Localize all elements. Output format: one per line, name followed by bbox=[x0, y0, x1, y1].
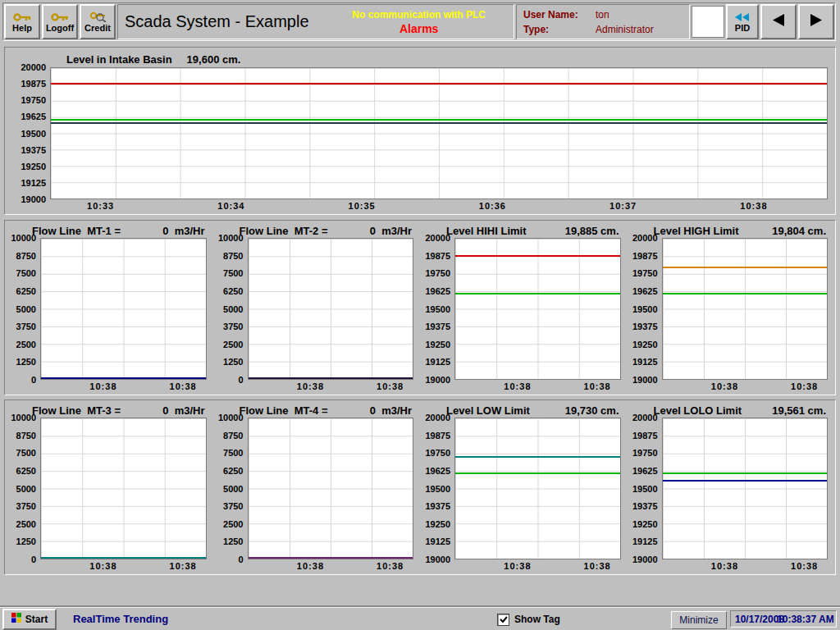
chart-value: 19,804 cm. bbox=[772, 225, 826, 237]
credit-button-label: Credit bbox=[84, 23, 111, 33]
plot-area bbox=[454, 238, 621, 380]
chart-body: 1000087507500625050003750250012500 bbox=[7, 238, 207, 380]
y-tick-label: 19125 bbox=[21, 178, 46, 188]
y-tick-label: 20000 bbox=[632, 233, 658, 243]
x-tick-label: 10:38 bbox=[711, 381, 738, 391]
y-tick-label: 19375 bbox=[632, 322, 658, 331]
chart-title-row: Flow Line MT-3 =0 m3/Hr bbox=[32, 404, 207, 418]
pid-button[interactable]: PID bbox=[726, 4, 759, 39]
y-tick-label: 3750 bbox=[16, 322, 36, 331]
minimize-button-label: Minimize bbox=[679, 614, 718, 626]
x-axis: 10:3810:38 bbox=[40, 559, 207, 572]
x-tick-label: 10:35 bbox=[349, 201, 376, 211]
chart-body: 1000087507500625050003750250012500 bbox=[215, 418, 414, 559]
y-tick-label: 5000 bbox=[223, 484, 243, 494]
y-tick-label: 3750 bbox=[223, 501, 243, 511]
x-tick-label: 10:38 bbox=[584, 561, 611, 571]
y-tick-label: 19750 bbox=[632, 268, 658, 278]
credit-button[interactable]: Credit bbox=[80, 4, 116, 39]
y-tick-label: 0 bbox=[238, 375, 243, 385]
plot-area bbox=[454, 418, 621, 559]
chart-value: 19,730 cm. bbox=[565, 404, 619, 417]
x-axis: 10:3810:38 bbox=[40, 380, 207, 392]
y-tick-label: 2500 bbox=[223, 340, 243, 349]
x-tick-label: 10:38 bbox=[791, 381, 818, 391]
y-tick-label: 19750 bbox=[425, 448, 450, 458]
y-tick-label: 19250 bbox=[425, 340, 450, 349]
chart-body: 2000019875197501962519500193751925019125… bbox=[422, 418, 621, 559]
trend-chart-slot: Level HIGH Limit19,804 cm.20000198751975… bbox=[628, 221, 835, 394]
y-tick-label: 19875 bbox=[632, 251, 658, 261]
trend-line-hihi-limit bbox=[455, 255, 620, 257]
trend-chart-slot: Flow Line MT-4 =0 m3/Hr10000875075006250… bbox=[213, 401, 421, 573]
chart-title-row: Level HIHI Limit19,885 cm. bbox=[446, 224, 621, 238]
trend-chart: Level HIGH Limit19,804 cm.20000198751975… bbox=[628, 221, 835, 394]
alarms-link[interactable]: Alarms bbox=[352, 22, 486, 35]
y-tick-label: 19625 bbox=[425, 466, 450, 476]
trend-chart: Flow Line MT-1 =0 m3/Hr10000875075006250… bbox=[6, 221, 213, 394]
plot-area bbox=[50, 67, 828, 199]
trend-line-flow-mt2 bbox=[249, 377, 413, 379]
y-tick-label: 1250 bbox=[223, 536, 243, 546]
chart-title-row: Flow Line MT-2 =0 m3/Hr bbox=[240, 224, 414, 238]
trend-chart: Flow Line MT-3 =0 m3/Hr10000875075006250… bbox=[6, 401, 213, 573]
minimize-button[interactable]: Minimize bbox=[671, 611, 727, 629]
chart-title: Level HIHI Limit bbox=[446, 225, 527, 237]
trend-line-lolo-limit bbox=[663, 480, 828, 482]
y-axis: 1000087507500625050003750250012500 bbox=[215, 418, 248, 559]
y-axis: 2000019875197501962519500193751925019125… bbox=[629, 238, 662, 380]
start-icon bbox=[11, 613, 21, 625]
trend-line-level bbox=[663, 472, 828, 474]
y-tick-label: 19375 bbox=[21, 145, 46, 155]
trend-chart-slot: Level LOW Limit19,730 cm.200001987519750… bbox=[420, 401, 628, 573]
y-axis: 2000019875197501962519500193751925019125… bbox=[422, 418, 454, 559]
trend-line-level bbox=[663, 293, 828, 294]
y-tick-label: 19500 bbox=[21, 129, 46, 139]
chart-title-row: Level in Intake Basin19,600 cm. bbox=[66, 51, 828, 67]
next-page-button[interactable] bbox=[798, 4, 834, 39]
help-button-label: Help bbox=[12, 23, 32, 33]
plc-communication-warning: No communication with PLC bbox=[352, 9, 486, 21]
toolbar: Help Logoff Credit Scada System - Exampl… bbox=[2, 2, 836, 41]
show-tag-checkbox[interactable] bbox=[497, 614, 509, 626]
logoff-button[interactable]: Logoff bbox=[42, 4, 78, 39]
chart-title-row: Level LOW Limit19,730 cm. bbox=[446, 404, 621, 418]
start-button[interactable]: Start bbox=[2, 609, 57, 630]
taskbar-item-realtime-trending[interactable]: RealTime Trending bbox=[73, 613, 168, 625]
y-tick-label: 19375 bbox=[632, 501, 658, 511]
y-tick-label: 6250 bbox=[16, 286, 36, 296]
x-tick-label: 10:38 bbox=[504, 561, 531, 571]
y-tick-label: 20000 bbox=[21, 62, 46, 72]
y-tick-label: 19500 bbox=[632, 304, 658, 314]
y-tick-label: 2500 bbox=[16, 519, 36, 529]
chart-value: 0 m3/Hr bbox=[370, 404, 412, 417]
y-tick-label: 19750 bbox=[425, 268, 450, 278]
arrow-left-icon bbox=[772, 14, 785, 30]
trend-chart-slot: Flow Line MT-1 =0 m3/Hr10000875075006250… bbox=[6, 221, 213, 394]
trend-chart: Level LOLO Limit19,561 cm.20000198751975… bbox=[628, 401, 835, 573]
y-tick-label: 19125 bbox=[425, 357, 450, 367]
x-tick-label: 10:38 bbox=[297, 561, 324, 571]
y-tick-label: 0 bbox=[238, 555, 243, 564]
trend-chart: Level in Intake Basin19,600 cm.200001987… bbox=[6, 48, 834, 213]
chart-title-row: Level HIGH Limit19,804 cm. bbox=[654, 224, 829, 238]
pid-rewind-icon bbox=[735, 11, 750, 23]
pid-button-label: PID bbox=[735, 23, 750, 33]
y-tick-label: 10000 bbox=[218, 413, 244, 422]
previous-page-button[interactable] bbox=[760, 4, 797, 39]
chart-value: 0 m3/Hr bbox=[370, 225, 412, 237]
x-tick-label: 10:33 bbox=[87, 201, 114, 211]
alarm-block: No communication with PLC Alarms bbox=[352, 9, 507, 35]
check-icon bbox=[500, 616, 508, 623]
trend-group-bottom: Flow Line MT-3 =0 m3/Hr10000875075006250… bbox=[4, 399, 836, 575]
y-tick-label: 2500 bbox=[223, 519, 243, 529]
help-button[interactable]: Help bbox=[4, 4, 40, 39]
y-tick-label: 6250 bbox=[223, 466, 243, 476]
y-tick-label: 3750 bbox=[16, 501, 36, 511]
y-tick-label: 19250 bbox=[21, 162, 46, 171]
y-tick-label: 19000 bbox=[425, 375, 450, 385]
chart-body: 2000019875197501962519500193751925019125… bbox=[629, 418, 829, 559]
y-tick-label: 19000 bbox=[632, 555, 658, 564]
help-icon bbox=[13, 11, 31, 23]
y-tick-label: 19875 bbox=[425, 251, 450, 261]
